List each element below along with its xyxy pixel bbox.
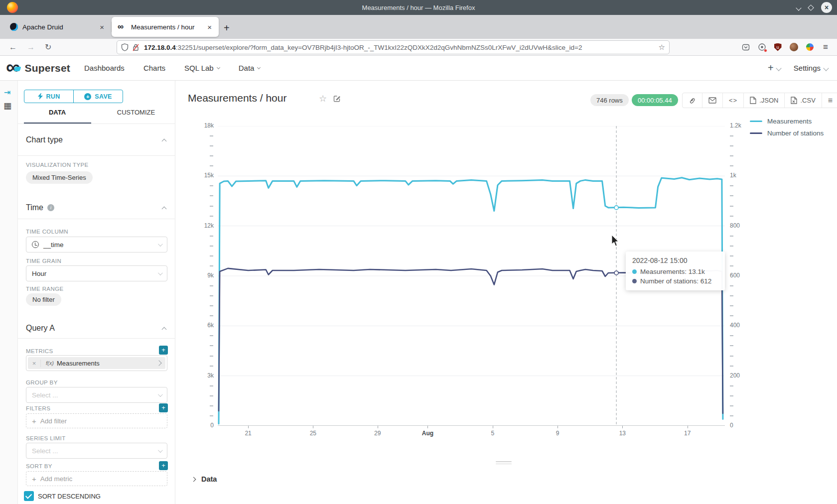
superset-brand[interactable]: Superset	[25, 62, 70, 74]
panel-gutter: ⇥ ▦	[0, 81, 18, 504]
series-limit-select[interactable]: Select ...	[26, 443, 167, 459]
back-button[interactable]: ←	[4, 43, 22, 52]
y-axis-minor-tick	[210, 195, 213, 196]
superset-logo[interactable]: ∞	[6, 57, 20, 80]
visualization-type-pill[interactable]: Mixed Time-Series	[26, 171, 93, 184]
group-by-select[interactable]: Select ...	[26, 387, 167, 403]
nav-item-dashboards[interactable]: Dashboards	[84, 64, 125, 72]
time-grain-select[interactable]: Hour	[26, 265, 167, 281]
y-axis-minor-tick	[730, 315, 733, 316]
chevron-up-icon[interactable]	[162, 139, 167, 144]
email-button[interactable]	[702, 93, 723, 108]
x-axis-tick-mark	[313, 426, 313, 428]
x-axis-tick-label: 29	[374, 430, 381, 437]
close-button[interactable]: ×	[821, 2, 832, 13]
resize-handle[interactable]	[496, 461, 512, 466]
ublock-icon[interactable]: u	[773, 43, 782, 52]
nav-item-data[interactable]: Data	[239, 64, 261, 72]
section-query-a[interactable]: Query A	[26, 324, 55, 333]
y-axis-minor-tick	[210, 315, 213, 316]
y-axis-minor-tick	[730, 255, 733, 256]
avatar[interactable]	[789, 43, 798, 52]
embed-code-button[interactable]: <>	[723, 93, 744, 108]
y-axis-minor-tick	[730, 335, 733, 336]
favorite-star-icon[interactable]: ☆	[319, 93, 327, 104]
y-axis-minor-tick	[730, 145, 733, 146]
x-axis-tick-mark	[427, 426, 428, 428]
menu-icon[interactable]: ≡	[821, 43, 830, 52]
section-chart-type[interactable]: Chart type	[26, 135, 63, 144]
series-line-measurements	[219, 178, 723, 424]
y-axis-minor-tick	[730, 366, 733, 367]
legend-item[interactable]: Number of stations	[750, 129, 824, 137]
extension-pinwheel-icon[interactable]	[805, 43, 814, 52]
data-expander-label: Data	[201, 475, 217, 483]
y-axis-minor-tick	[210, 255, 213, 256]
data-expander[interactable]: Data	[192, 475, 217, 483]
pocket-icon[interactable]	[741, 43, 750, 52]
expand-metric-icon[interactable]	[152, 361, 165, 365]
chevron-up-icon[interactable]	[162, 207, 167, 212]
y-axis-minor-tick	[730, 395, 733, 396]
edit-properties-icon[interactable]	[333, 94, 341, 103]
x-axis-tick-label: 17	[684, 430, 691, 437]
sort-descending-checkbox[interactable]	[24, 491, 34, 501]
tab-data[interactable]: DATA	[18, 109, 97, 116]
lock-slash-icon[interactable]	[132, 43, 140, 51]
minimize-button[interactable]	[797, 3, 801, 12]
run-button[interactable]: RUN	[24, 90, 74, 103]
new-tab-button[interactable]: +	[224, 22, 230, 34]
y-axis-left-tick: 18k	[187, 122, 214, 129]
y-axis-minor-tick	[210, 366, 213, 367]
time-grain-label: TIME GRAIN	[26, 258, 61, 264]
export-json-button[interactable]: .JSON	[744, 93, 785, 108]
metric-token[interactable]: × f(x) Measurements	[28, 357, 165, 369]
add-sort-metric-box[interactable]: +Add metric	[26, 471, 167, 486]
nav-item-charts[interactable]: Charts	[143, 64, 165, 72]
save-button[interactable]: + SAVE	[74, 90, 123, 103]
y-axis-minor-tick	[210, 206, 213, 207]
chevron-up-icon[interactable]	[162, 327, 167, 332]
reload-button[interactable]: ↻	[40, 42, 56, 52]
url-bar[interactable]: 172.18.0.4:32251/superset/explore/?form_…	[117, 40, 670, 54]
time-column-select[interactable]: __time	[26, 237, 167, 252]
time-range-pill[interactable]: No filter	[26, 293, 61, 306]
y-axis-left-tick: 3k	[187, 372, 214, 379]
y-axis-minor-tick	[730, 236, 733, 237]
nav-item-sql-lab[interactable]: SQL Lab	[184, 64, 220, 72]
tab-label: Apache Druid	[22, 23, 94, 31]
legend-item[interactable]: Measurements	[750, 118, 824, 125]
y-axis-minor-tick	[210, 236, 213, 237]
tab-active[interactable]: ∞Measurements / hour×	[112, 17, 219, 37]
section-time[interactable]: Timei	[26, 203, 54, 212]
extensions-icon[interactable]	[757, 43, 766, 52]
y-axis-minor-tick	[730, 405, 733, 406]
superset-navbar: ∞ Superset DashboardsChartsSQL LabData +…	[0, 56, 837, 81]
remove-metric-icon[interactable]: ×	[28, 360, 41, 367]
settings-menu[interactable]: Settings	[794, 64, 828, 72]
chart-menu-button[interactable]: ≡	[822, 93, 837, 108]
collapse-dataset-panel-icon[interactable]: ⇥	[4, 88, 10, 97]
add-metric-button[interactable]: +	[159, 346, 168, 355]
forward-button[interactable]: →	[22, 43, 40, 52]
tab-close-icon[interactable]: ×	[99, 23, 105, 31]
share-link-button[interactable]	[683, 93, 702, 108]
tab-customize[interactable]: CUSTOMIZE	[97, 109, 175, 116]
y-axis-minor-tick	[730, 356, 733, 357]
bookmark-star-icon[interactable]: ☆	[659, 43, 665, 52]
add-new-menu[interactable]: +	[768, 62, 781, 74]
add-filter-box[interactable]: +Add filter	[26, 413, 167, 428]
dataset-grid-icon[interactable]: ▦	[3, 101, 11, 111]
maximize-button[interactable]	[809, 3, 813, 12]
y-axis-right-tick: 0	[730, 422, 757, 429]
y-axis-minor-tick	[210, 185, 213, 186]
shield-icon[interactable]	[121, 43, 129, 51]
metric-box: × f(x) Measurements	[26, 355, 167, 371]
y-axis-minor-tick	[730, 305, 733, 306]
tab-inactive[interactable]: Apache Druid×	[4, 17, 111, 37]
add-sort-metric-button[interactable]: +	[159, 461, 168, 470]
add-filter-button[interactable]: +	[159, 403, 168, 412]
tab-close-icon[interactable]: ×	[206, 23, 213, 31]
export-csv-button[interactable]: .CSV	[785, 93, 822, 108]
x-axis-tick-mark	[378, 426, 378, 428]
